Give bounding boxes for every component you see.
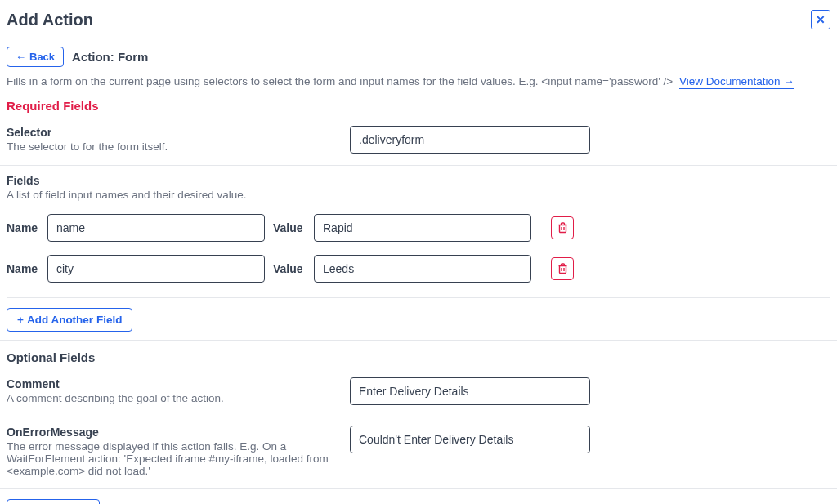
arrow-right-icon: →	[783, 75, 794, 87]
close-icon: ✕	[816, 13, 826, 26]
selector-label: Selector	[7, 126, 350, 139]
delete-field-button[interactable]	[551, 257, 574, 280]
fields-label: Fields	[7, 174, 830, 187]
selector-input[interactable]	[350, 126, 590, 154]
plus-icon: +	[17, 314, 24, 326]
comment-label: Comment	[7, 377, 350, 390]
comment-desc: A comment describing the goal of the act…	[7, 392, 350, 404]
back-button[interactable]: ← Back	[7, 47, 64, 67]
value-label: Value	[273, 262, 306, 275]
required-fields-heading: Required Fields	[0, 94, 837, 118]
field-row: Name Value	[7, 255, 830, 283]
action-description: Fills in a form on the current page usin…	[7, 75, 673, 87]
optional-fields-heading: Optional Fields	[0, 341, 837, 369]
back-button-label: Back	[29, 51, 55, 63]
fields-desc: A list of field input names and their de…	[7, 189, 830, 201]
add-field-label: Add Another Field	[27, 314, 123, 326]
close-button[interactable]: ✕	[811, 10, 830, 29]
arrow-left-icon: ←	[16, 51, 26, 63]
action-heading: Action: Form	[72, 50, 148, 64]
field-row: Name Value	[7, 214, 830, 242]
field-name-input[interactable]	[47, 214, 265, 242]
field-value-input[interactable]	[314, 214, 531, 242]
add-action-button[interactable]: ✓ Add Action	[7, 499, 100, 504]
field-name-input[interactable]	[47, 255, 265, 283]
add-another-field-button[interactable]: + Add Another Field	[7, 308, 132, 332]
delete-field-button[interactable]	[551, 216, 574, 239]
page-title: Add Action	[7, 11, 93, 29]
onerror-label: OnErrorMessage	[7, 426, 350, 439]
name-label: Name	[7, 262, 39, 275]
view-documentation-link[interactable]: View Documentation →	[679, 75, 794, 89]
trash-icon	[557, 222, 568, 234]
trash-icon	[557, 263, 568, 274]
doc-link-label: View Documentation	[679, 75, 781, 87]
onerror-desc: The error message displayed if this acti…	[7, 440, 350, 477]
onerror-input[interactable]	[350, 426, 590, 453]
comment-input[interactable]	[350, 377, 590, 405]
field-value-input[interactable]	[314, 255, 531, 283]
value-label: Value	[273, 221, 306, 234]
name-label: Name	[7, 221, 39, 234]
selector-desc: The selector to for the form itself.	[7, 140, 350, 153]
